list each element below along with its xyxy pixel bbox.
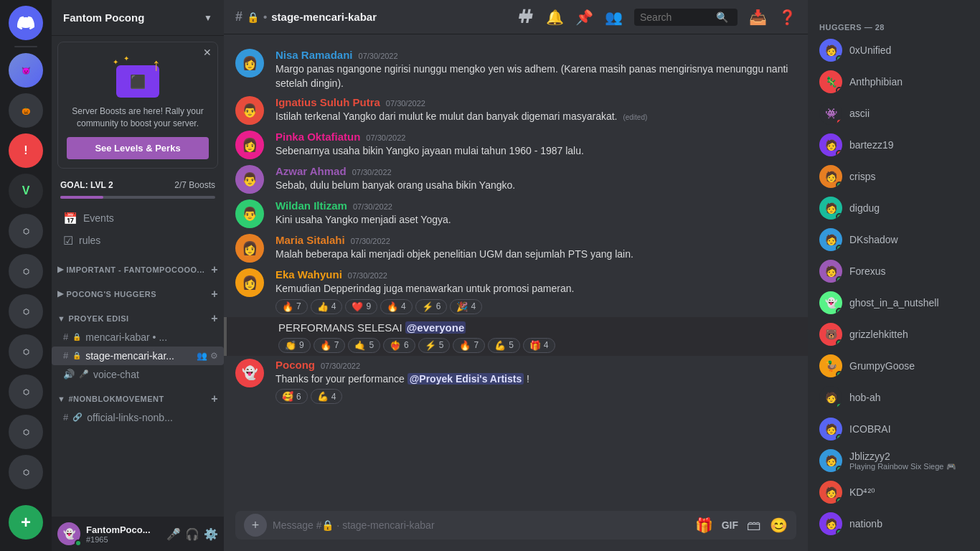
reaction-thumbs-4[interactable]: 👍4 bbox=[311, 299, 343, 314]
messages-container[interactable]: 👩 Nisa Ramadani 07/30/2022 Margo panas n… bbox=[224, 34, 808, 511]
reaction-fire-7-3[interactable]: 🔥7 bbox=[453, 338, 485, 353]
member-hobah[interactable]: 🧑 hob-ah bbox=[814, 382, 974, 413]
avatar-eka: 👩 bbox=[235, 268, 264, 297]
member-crisps[interactable]: 🧑 crisps bbox=[814, 161, 974, 192]
discord-home-icon[interactable] bbox=[9, 6, 43, 40]
server-icon-6[interactable]: ⬡ bbox=[9, 254, 43, 288]
reaction-bolt-5[interactable]: ⚡5 bbox=[418, 338, 451, 353]
reaction-fire-4[interactable]: 🔥4 bbox=[380, 299, 413, 314]
author-name-eka[interactable]: Eka Wahyuni bbox=[275, 268, 342, 281]
see-levels-perks-button[interactable]: See Levels & Perks bbox=[67, 137, 209, 159]
add-attachment-button[interactable]: + bbox=[244, 514, 267, 537]
channel-group-proyek-header[interactable]: ▼ PROYEK EDISI + bbox=[52, 309, 224, 328]
server-header[interactable]: Fantom Pocong ▼ bbox=[52, 0, 224, 36]
channel-group-important-header[interactable]: ▶ IMPORTANT - FANTOMPOCOOO... + bbox=[52, 260, 224, 279]
boost-progress-bar bbox=[60, 196, 215, 199]
channel-group-huggers-header[interactable]: ▶ POCONG'S HUGGERS + bbox=[52, 285, 224, 303]
reaction-love-6[interactable]: 🥰6 bbox=[275, 389, 308, 404]
sidebar-item-events[interactable]: 📅 Events bbox=[57, 207, 218, 230]
channel-mencari-kabar[interactable]: # 🔒 mencari-kabar • ... bbox=[52, 328, 224, 347]
server-icon-1[interactable]: 😈 bbox=[9, 53, 43, 88]
chat-input[interactable] bbox=[273, 511, 689, 540]
add-thread-icon[interactable] bbox=[517, 6, 534, 27]
author-name-wildan[interactable]: Wildan Iltizam bbox=[275, 199, 347, 212]
server-icon-3[interactable]: ! bbox=[9, 133, 43, 168]
add-channel-nonblok[interactable]: + bbox=[211, 392, 218, 405]
reaction-bolt-6[interactable]: ⚡6 bbox=[415, 299, 448, 314]
add-channel-huggers[interactable]: + bbox=[211, 288, 218, 301]
reaction-gift-4[interactable]: 🎁4 bbox=[523, 338, 555, 353]
member-dkshadow[interactable]: 🧑 DKshadow bbox=[814, 224, 974, 255]
channel-stage-mencari-kabar[interactable]: # 🔒 stage-mencari-kar... 👥 ⚙ bbox=[52, 347, 224, 365]
footer-avatar[interactable]: 👻 bbox=[57, 522, 80, 545]
member-ascii[interactable]: 👾 ascii bbox=[814, 98, 974, 129]
server-icon-5[interactable]: ⬡ bbox=[9, 214, 43, 248]
author-name-maria[interactable]: Maria Sitalahi bbox=[275, 234, 345, 246]
channel-voice-chat[interactable]: 🔊 🎤 voice-chat bbox=[52, 365, 224, 384]
search-bar[interactable]: 🔍 bbox=[634, 9, 738, 26]
reaction-muscle-5[interactable]: 💪5 bbox=[488, 338, 520, 353]
reaction-heart-9[interactable]: ❤️9 bbox=[345, 299, 377, 314]
member-nationb[interactable]: 🧑 nationb bbox=[814, 508, 974, 540]
reaction-call-5[interactable]: 🤙5 bbox=[348, 338, 380, 353]
reaction-clap-9[interactable]: 👏9 bbox=[278, 338, 311, 353]
channel-group-pocongs-huggers: ▶ POCONG'S HUGGERS + bbox=[52, 285, 224, 303]
member-bartezz19[interactable]: 🧑 bartezz19 bbox=[814, 129, 974, 161]
add-channel-important[interactable]: + bbox=[211, 263, 218, 276]
reaction-party-4[interactable]: 🎉4 bbox=[450, 299, 482, 314]
member-forexus[interactable]: 🧑 Forexus bbox=[814, 255, 974, 287]
server-icon-fantom-pocong[interactable]: 🎃 bbox=[9, 93, 43, 128]
author-name-ignatius[interactable]: Ignatius Suluh Putra bbox=[275, 96, 380, 108]
boost-goal-count[interactable]: 2/7 Boosts bbox=[174, 180, 215, 190]
member-jblizzy[interactable]: 🧑 Jblizzyy2 Playing Rainbow Six Siege 🎮 bbox=[814, 445, 974, 476]
notification-bell-icon[interactable]: 🔔 bbox=[546, 9, 564, 26]
member-icobrai[interactable]: 🧑 ICOBRAI bbox=[814, 413, 974, 445]
channel-mencari-kabar-label: mencari-kabar • ... bbox=[85, 331, 218, 343]
server-icon-7[interactable]: ⬡ bbox=[9, 294, 43, 329]
settings-icon[interactable]: ⚙ bbox=[210, 351, 218, 361]
channel-group-nonblok-header[interactable]: ▼ #NONBLOKMOVEMENT + bbox=[52, 390, 224, 408]
member-name-hobah: hob-ah bbox=[849, 392, 969, 403]
pinned-mention[interactable]: @everyone bbox=[405, 321, 466, 334]
gif-icon[interactable]: GIF bbox=[722, 519, 738, 531]
member-digdug[interactable]: 🧑 digdug bbox=[814, 192, 974, 224]
server-icon-11[interactable]: ⬡ bbox=[9, 455, 43, 489]
reaction-fire-7-2[interactable]: 🔥7 bbox=[314, 338, 346, 353]
reaction-fire-7[interactable]: 🔥7 bbox=[275, 299, 308, 314]
add-server-button[interactable]: + bbox=[9, 505, 43, 540]
author-name-nisa[interactable]: Nisa Ramadani bbox=[275, 49, 353, 61]
sidebar-item-rules[interactable]: ☑ rules bbox=[57, 230, 218, 252]
add-channel-proyek[interactable]: + bbox=[211, 312, 218, 325]
avatar-grumpy: 🦆 bbox=[819, 354, 842, 377]
deafen-icon[interactable]: 🎧 bbox=[185, 527, 199, 541]
server-icon-8[interactable]: ⬡ bbox=[9, 334, 43, 369]
member-grumpy[interactable]: 🦆 GrumpyGoose bbox=[814, 350, 974, 382]
member-ghost[interactable]: 👻 ghost_in_a_nutshell bbox=[814, 287, 974, 319]
server-icon-4[interactable]: V bbox=[9, 174, 43, 208]
member-0xunified[interactable]: 🧑 0xUnified bbox=[814, 34, 974, 66]
user-settings-icon[interactable]: ⚙️ bbox=[204, 527, 218, 541]
group-label-nonblok: #NONBLOKMOVEMENT bbox=[68, 395, 164, 403]
member-list-icon[interactable]: 👥 bbox=[605, 9, 623, 26]
gift-icon[interactable]: 🎁 bbox=[695, 517, 713, 534]
search-input[interactable] bbox=[640, 11, 712, 23]
author-name-pinka[interactable]: Pinka Oktafiatun bbox=[275, 131, 360, 143]
inbox-icon[interactable]: 📥 bbox=[749, 9, 767, 26]
proyek-mention[interactable]: @Proyek Edisi's Artists bbox=[407, 373, 524, 385]
channel-official-links[interactable]: # 🔗 official-links-nonb... bbox=[52, 408, 224, 427]
member-grizzle[interactable]: 🐻 grizzlehkitteh bbox=[814, 319, 974, 350]
author-name-pocong[interactable]: Pocong bbox=[275, 359, 315, 371]
server-icon-10[interactable]: ⬡ bbox=[9, 415, 43, 449]
pinned-messages-icon[interactable]: 📌 bbox=[575, 9, 593, 26]
emoji-icon[interactable]: 😊 bbox=[770, 517, 788, 534]
member-kd[interactable]: 🧑 KD⁴²⁰ bbox=[814, 476, 974, 508]
reaction-muscle-4[interactable]: 💪4 bbox=[311, 389, 343, 404]
server-icon-9[interactable]: ⬡ bbox=[9, 375, 43, 409]
sticker-icon[interactable]: 🗃 bbox=[747, 517, 761, 534]
member-anthphibian[interactable]: 🦎 Anthphibian bbox=[814, 66, 974, 98]
mute-mic-icon[interactable]: 🎤 bbox=[166, 527, 181, 541]
reaction-heartfire-6[interactable]: ❤️‍🔥6 bbox=[383, 338, 415, 353]
author-name-azwar[interactable]: Azwar Ahmad bbox=[275, 165, 347, 177]
help-icon[interactable]: ❓ bbox=[778, 9, 796, 26]
rules-icon: ☑ bbox=[63, 234, 73, 248]
